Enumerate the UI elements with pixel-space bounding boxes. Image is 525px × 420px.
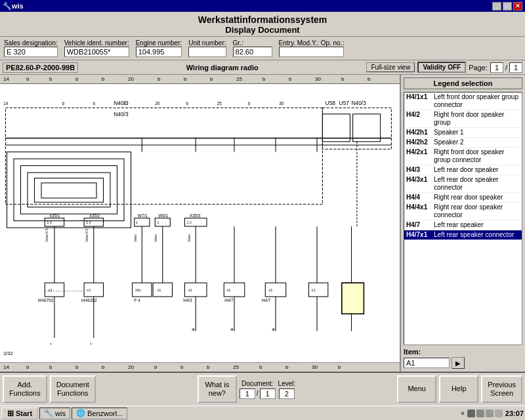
page-number: 1 xyxy=(490,62,503,73)
unit-number-group: Unit number: xyxy=(188,39,226,57)
legend-item[interactable]: H4/4 Right rear door speaker xyxy=(404,193,522,203)
legend-list[interactable]: H4/1x1 Left front door speaker group con… xyxy=(404,92,522,345)
gr-value: 82.60 xyxy=(233,47,272,57)
diagram-ruler: 14 b b b b 20 b b b 25 b b 30 b b xyxy=(0,75,400,84)
entry-mod-group: Entry. Mod.Y.: Op. no.: xyxy=(279,39,345,57)
legend-item[interactable]: H4/2x1 Right front door speaker group co… xyxy=(404,148,522,165)
what-is-new-label: What isnew? xyxy=(205,381,229,398)
page-info: 1 / 1 xyxy=(490,62,522,73)
svg-text:1 2: 1 2 xyxy=(187,220,192,224)
what-is-new-button[interactable]: What isnew? xyxy=(198,375,237,403)
legend-desc: Speaker 1 xyxy=(434,129,464,136)
svg-text:1 2: 1 2 xyxy=(47,220,51,224)
page-total: 1 xyxy=(509,62,522,73)
svg-text:x35/1: x35/1 xyxy=(50,213,60,218)
item-input[interactable] xyxy=(404,358,450,368)
legend-item[interactable]: H4/2h1 Speaker 1 xyxy=(404,128,522,138)
svg-text:b/sw 0.5: b/sw 0.5 xyxy=(85,228,89,242)
legend-item[interactable]: H4/2 Right front door speaker group xyxy=(404,110,522,128)
legend-code: H4/2h1 xyxy=(406,129,434,136)
app-title: Werkstattinformationssystem xyxy=(0,14,525,25)
legend-code: H4/4 xyxy=(406,194,434,201)
svg-text:⏚: ⏚ xyxy=(90,341,93,346)
full-size-view-button[interactable]: Full-size view xyxy=(366,62,415,72)
svg-text:hH4/2h2: hH4/2h2 xyxy=(81,298,97,303)
previous-screen-label: PreviousScreen xyxy=(488,381,516,398)
document-number-row: 1 / 1 xyxy=(240,388,276,399)
document-number-area: Document: 1 / 1 xyxy=(240,380,276,399)
taskbar-wis-item[interactable]: 🔧 wis xyxy=(39,408,70,419)
svg-text:b: b xyxy=(186,101,189,106)
legend-code: H4/2h2 xyxy=(406,138,434,146)
svg-text:N40/3: N40/3 xyxy=(352,100,367,106)
taskbar-right: « 23:07 xyxy=(461,410,524,417)
vehicle-ident-group: Vehicle ident. number: WDB210055* xyxy=(64,39,129,57)
legend-code: H4/7 xyxy=(406,221,434,229)
browser-icon: 🌐 xyxy=(76,409,85,417)
document-functions-label: DocumentFunctions xyxy=(56,381,89,398)
svg-text:2/32: 2/32 xyxy=(3,350,12,356)
add-functions-button[interactable]: Add.Functions xyxy=(3,375,47,403)
legend-code: H4/2 xyxy=(406,111,434,127)
maximize-button[interactable]: □ xyxy=(503,2,512,10)
svg-text:b: b xyxy=(248,101,251,106)
validity-button[interactable]: Validity OFF xyxy=(417,62,466,73)
tray-icon-1 xyxy=(467,410,475,417)
item-arrow-button[interactable]: ▶ xyxy=(452,357,465,369)
level-label: Level: xyxy=(278,380,296,387)
start-button[interactable]: ⊞ Start xyxy=(1,408,38,419)
legend-desc: Left front door speaker group connector xyxy=(434,93,520,109)
document-functions-button[interactable]: DocumentFunctions xyxy=(50,375,96,403)
engine-number-value: 104.995 xyxy=(136,47,182,57)
bottom-toolbar: Add.Functions DocumentFunctions What isn… xyxy=(0,371,525,406)
svg-text:H4/3: H4/3 xyxy=(183,298,192,303)
legend-desc: Right front door speaker group connector xyxy=(434,148,520,164)
taskbar-time: 23:07 xyxy=(505,410,524,417)
document-number: 1 xyxy=(240,388,255,399)
svg-text:⊕: ⊕ xyxy=(230,327,234,332)
vehicle-ident-label: Vehicle ident. number: xyxy=(64,39,129,47)
legend-item[interactable]: H4/2h2 Speaker 2 xyxy=(404,138,522,148)
menu-button[interactable]: Menu xyxy=(397,375,436,403)
svg-text:b: b xyxy=(93,101,96,106)
legend-item[interactable]: H4/4x1 Right rear door speaker connector xyxy=(404,203,522,220)
svg-text:⊕: ⊕ xyxy=(272,327,275,332)
svg-text:20: 20 xyxy=(155,101,160,106)
vehicle-ident-value: WDB210055* xyxy=(64,47,129,57)
svg-text:b/ws: b/ws xyxy=(154,234,158,242)
close-button[interactable]: ✕ xyxy=(513,2,522,10)
taskbar-arrow-left: « xyxy=(461,410,465,417)
title-bar-icon: 🔧 xyxy=(3,2,12,10)
svg-text:x1: x1 xyxy=(226,288,230,292)
sales-designation-group: Sales designation: E 320 xyxy=(4,39,58,57)
taskbar-browser-item[interactable]: 🌐 Benzworl... xyxy=(72,408,127,419)
legend-item-selected[interactable]: H4/7x1 Left rear speaker connector xyxy=(404,230,522,240)
doc-sep: / xyxy=(257,390,259,397)
svg-text:b: b xyxy=(62,101,65,106)
help-button[interactable]: Help xyxy=(439,375,478,403)
diagram-canvas[interactable]: N40/3 U58 U57 N40/3 N40/3 xyxy=(0,84,400,371)
previous-screen-button[interactable]: PreviousScreen xyxy=(481,375,522,403)
bottom-ruler: 14 b b b b 20 b b b 25 b b 30 b xyxy=(0,362,400,371)
legend-desc: Right front door speaker group xyxy=(434,111,520,127)
legend-item[interactable]: H4/3 Left rear door speaker xyxy=(404,165,522,175)
sales-designation-label: Sales designation: xyxy=(4,39,58,47)
app-header: Werkstattinformationssystem Display Docu… xyxy=(0,12,525,37)
legend-code: H4/1x1 xyxy=(406,93,434,109)
legend-desc: Right rear door speaker connector xyxy=(434,203,520,219)
legend-code: H4/4x1 xyxy=(406,203,434,219)
legend-desc: Left rear door speaker connector xyxy=(434,176,520,192)
taskbar-system-icons xyxy=(467,410,503,417)
content-area: 14 b b b b 20 b b b 25 b b 30 b b xyxy=(0,75,525,371)
svg-text:x1: x1 xyxy=(157,288,161,292)
title-bar: 🔧 wis _ □ ✕ xyxy=(0,0,525,12)
legend-code: H4/7x1 xyxy=(406,231,434,239)
svg-text:H4/7: H4/7 xyxy=(262,298,271,303)
minimize-button[interactable]: _ xyxy=(492,2,501,10)
level-number: 2 xyxy=(279,388,295,399)
legend-item[interactable]: H4/3x1 Left rear door speaker connector xyxy=(404,175,522,193)
legend-item[interactable]: H4/7 Left rear speaker xyxy=(404,220,522,230)
svg-text:F 4: F 4 xyxy=(135,298,141,303)
legend-item[interactable]: H4/1x1 Left front door speaker group con… xyxy=(404,93,522,110)
entry-mod-label: Entry. Mod.Y.: Op. no.: xyxy=(279,39,345,47)
